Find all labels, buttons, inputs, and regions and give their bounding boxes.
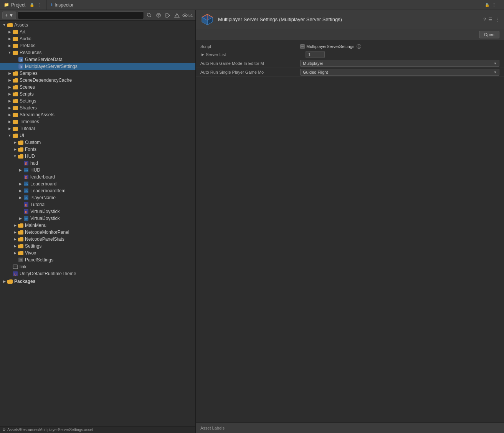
label-icon[interactable] bbox=[164, 12, 172, 19]
leaderboarditem-label: LeaderboardItem bbox=[30, 188, 65, 193]
inspector-settings-icon[interactable]: ☰ bbox=[488, 17, 492, 22]
tree-item-audio[interactable]: Audio bbox=[0, 35, 195, 42]
tree-item-ui[interactable]: UI bbox=[0, 132, 195, 139]
vjoystick-cs-icon: {} bbox=[23, 208, 29, 215]
tab-inspector[interactable]: ℹ Inspector 🔒 ⋮ bbox=[46, 0, 504, 10]
auto-run-editor-label: Auto Run Game Mode In Editor M bbox=[200, 61, 300, 66]
tree-item-hud-cs[interactable]: {} hud bbox=[0, 160, 195, 167]
tree-item-scenes[interactable]: Scenes bbox=[0, 84, 195, 91]
tree-item-vivox[interactable]: Vivox bbox=[0, 250, 195, 256]
vivox-label: Vivox bbox=[25, 250, 36, 256]
question-icon[interactable]: ? bbox=[483, 17, 486, 22]
netcodepanel-folder-icon bbox=[18, 236, 24, 242]
tree-item-leaderboard-prefab[interactable]: </> Leaderboard bbox=[0, 180, 195, 187]
script-selector-icon[interactable]: ◎ bbox=[357, 44, 361, 49]
tree-item-multiplayerserversettings[interactable]: {} MultiplayerServerSettings bbox=[0, 63, 195, 70]
auto-run-single-dropdown[interactable]: Guided Flight ▼ bbox=[300, 69, 499, 76]
search-input[interactable] bbox=[18, 12, 144, 19]
svg-text:</>: </> bbox=[25, 190, 28, 192]
info-icon: ℹ bbox=[51, 2, 53, 7]
tree-item-streamingassets[interactable]: StreamingAssets bbox=[0, 111, 195, 118]
tree-item-link[interactable]: link bbox=[0, 263, 195, 270]
auto-run-editor-dropdown[interactable]: Multiplayer ▼ bbox=[300, 60, 499, 67]
ui-arrow bbox=[7, 133, 12, 138]
inspector-panel: Multiplayer Server Settings (Multiplayer… bbox=[196, 10, 504, 433]
tree-item-hud-prefab[interactable]: </> HUD bbox=[0, 167, 195, 174]
open-button[interactable]: Open bbox=[479, 31, 499, 38]
tree-item-hud-folder[interactable]: HUD bbox=[0, 153, 195, 160]
filter-icon[interactable] bbox=[155, 12, 162, 19]
assets-arrow bbox=[2, 22, 7, 28]
script-value: MultiplayerServerSettings ◎ bbox=[300, 44, 499, 49]
tree-item-timelines[interactable]: Timelines bbox=[0, 118, 195, 125]
eye-badge[interactable]: 51 bbox=[182, 13, 193, 18]
tree-item-scenedependencycache[interactable]: SceneDependencyCache bbox=[0, 77, 195, 84]
tree-item-settings[interactable]: Settings bbox=[0, 98, 195, 104]
svg-text:{}: {} bbox=[25, 175, 27, 179]
tree-item-mainmenu[interactable]: MainMenu bbox=[0, 222, 195, 229]
main-content: + ▼ 51 bbox=[0, 10, 504, 433]
tree-item-resources[interactable]: Resources bbox=[0, 49, 195, 56]
add-button[interactable]: + ▼ bbox=[2, 12, 16, 19]
samples-label: Samples bbox=[20, 71, 38, 76]
settings-ui-label: Settings bbox=[25, 243, 41, 249]
tree-item-packages[interactable]: Packages bbox=[0, 278, 195, 285]
tree-item-leaderboard-cs[interactable]: {} leaderboard bbox=[0, 174, 195, 180]
project-toolbar: + ▼ 51 bbox=[0, 10, 195, 21]
svg-point-9 bbox=[177, 16, 177, 17]
tree-item-shaders[interactable]: Shaders bbox=[0, 104, 195, 111]
tree-item-prefabs[interactable]: Prefabs bbox=[0, 42, 195, 49]
warning-icon[interactable] bbox=[173, 12, 181, 19]
tree-item-art[interactable]: Art bbox=[0, 28, 195, 35]
netcodemonitor-label: NetcodeMonitorPanel bbox=[25, 230, 69, 235]
timelines-arrow bbox=[7, 119, 12, 124]
tree-item-scripts[interactable]: Scripts bbox=[0, 91, 195, 98]
tree-item-samples[interactable]: Samples bbox=[0, 70, 195, 77]
packages-label: Packages bbox=[14, 279, 35, 284]
tree-item-netcodepanelstats[interactable]: NetcodePanelStats bbox=[0, 236, 195, 243]
tree-item-playername[interactable]: </> PlayerName bbox=[0, 194, 195, 201]
tree-item-custom[interactable]: Custom bbox=[0, 139, 195, 146]
tree-item-assets[interactable]: Assets bbox=[0, 21, 195, 28]
inspector-more-btn-icon[interactable]: ⋮ bbox=[495, 17, 499, 22]
server-list-arrow[interactable]: ▶ bbox=[200, 52, 205, 57]
hud-folder-label: HUD bbox=[25, 154, 35, 159]
server-list-count[interactable]: 1 bbox=[306, 51, 325, 58]
streaming-label: StreamingAssets bbox=[20, 112, 55, 117]
server-list-value: 1 bbox=[306, 51, 499, 58]
search-icon[interactable] bbox=[145, 12, 153, 19]
vjoystick-prefab-arrow bbox=[18, 216, 23, 221]
svg-text:</>: </> bbox=[25, 169, 28, 172]
menu-icon[interactable]: ⋮ bbox=[38, 2, 42, 8]
scripts-label: Scripts bbox=[20, 91, 34, 97]
tree-item-unitytheme[interactable]: {} UnityDefaultRuntimeTheme bbox=[0, 270, 195, 277]
tree-item-virtualjoystick-prefab[interactable]: </> VirtualJoystick bbox=[0, 215, 195, 222]
inspector-title: Multiplayer Server Settings (Multiplayer… bbox=[218, 17, 479, 22]
tree-item-gameservicedata[interactable]: {} GameServiceData bbox=[0, 56, 195, 63]
tree-item-tutorial-cs[interactable]: {} Tutorial bbox=[0, 201, 195, 208]
tree-item-leaderboarditem[interactable]: </> LeaderboardItem bbox=[0, 187, 195, 194]
auto-run-single-row: Auto Run Single Player Game Mo Guided Fl… bbox=[196, 68, 504, 77]
netcodepanel-label: NetcodePanelStats bbox=[25, 236, 64, 242]
shaders-folder-icon bbox=[12, 105, 18, 111]
tree-item-tutorial[interactable]: Tutorial bbox=[0, 125, 195, 132]
tree-item-virtualjoystick-cs[interactable]: {} VirtualJoystick bbox=[0, 208, 195, 215]
gameservicedata-label: GameServiceData bbox=[25, 57, 63, 62]
tree-item-fonts[interactable]: Fonts bbox=[0, 146, 195, 153]
inspector-more-icon[interactable]: ⋮ bbox=[492, 2, 496, 8]
settings-ui-arrow bbox=[12, 243, 18, 249]
fonts-folder-icon bbox=[18, 146, 24, 152]
tree-item-netcodemonitor[interactable]: NetcodeMonitorPanel bbox=[0, 229, 195, 236]
tab-project[interactable]: 📁 Project 🔒 ⋮ bbox=[0, 0, 46, 10]
tree-view[interactable]: Assets Art Audio bbox=[0, 21, 195, 426]
svg-text:{}: {} bbox=[14, 272, 17, 276]
hud-cs-icon: {} bbox=[23, 160, 29, 166]
netcodemonitor-arrow bbox=[12, 230, 18, 235]
tree-item-settings-ui[interactable]: Settings bbox=[0, 243, 195, 250]
timelines-folder-icon bbox=[12, 119, 18, 125]
lock-inspector-icon[interactable]: 🔒 bbox=[485, 3, 489, 7]
panelsettings-arrow bbox=[12, 257, 18, 263]
svg-rect-36 bbox=[13, 265, 18, 269]
tree-item-panelsettings[interactable]: ⊟ PanelSettings bbox=[0, 256, 195, 263]
link-icon bbox=[12, 264, 18, 270]
